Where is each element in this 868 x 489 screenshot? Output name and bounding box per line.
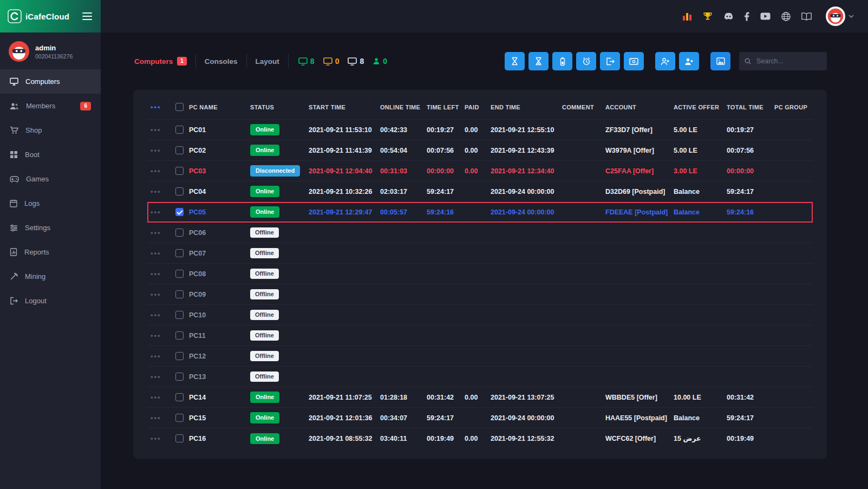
table-row[interactable]: ••• PC03 Disconnected 2021-09-21 12:04:4…: [147, 161, 813, 181]
row-actions-button[interactable]: •••: [151, 373, 161, 381]
select-all-checkbox[interactable]: [175, 103, 184, 111]
table-row[interactable]: ••• PC09 Offline: [147, 284, 813, 305]
row-checkbox[interactable]: [175, 393, 184, 401]
cell-pc-group: [771, 346, 813, 367]
trophy-icon[interactable]: [703, 12, 713, 21]
sidebar-item-label: Logout: [25, 297, 47, 305]
row-actions-button[interactable]: •••: [151, 249, 161, 257]
sidebar-item-members[interactable]: Members 6: [0, 94, 101, 118]
row-actions-button[interactable]: •••: [151, 290, 161, 298]
row-actions-button[interactable]: •••: [151, 352, 161, 360]
row-actions-button[interactable]: •••: [151, 331, 161, 340]
table-row[interactable]: ••• PC08 Offline: [147, 264, 813, 284]
search-box[interactable]: [739, 52, 827, 70]
discord-icon[interactable]: [723, 12, 734, 21]
screenshot-button[interactable]: [710, 52, 730, 70]
table-row[interactable]: ••• PC12 Offline: [147, 346, 813, 367]
sidebar-item-logs[interactable]: Logs: [0, 191, 101, 216]
table-row[interactable]: ••• PC05 Online 2021-09-21 12:29:47 00:0…: [147, 202, 813, 223]
cell-paid: [461, 346, 487, 367]
cell-comment: [559, 243, 602, 264]
table-row[interactable]: ••• PC01 Online 2021-09-21 11:53:10 00:4…: [147, 120, 813, 140]
row-actions-button[interactable]: •••: [151, 208, 161, 216]
cell-active-offer: [670, 305, 723, 325]
row-actions-button[interactable]: •••: [151, 146, 161, 154]
alarm-button[interactable]: [576, 52, 596, 70]
row-actions-button[interactable]: •••: [151, 126, 161, 134]
menu-toggle-button[interactable]: [80, 8, 94, 24]
row-actions-button[interactable]: •••: [151, 270, 161, 278]
pc-name: PC11: [189, 332, 206, 340]
table-row[interactable]: ••• PC14 Online 2021-09-21 11:07:25 01:2…: [147, 387, 813, 408]
hourglass-button[interactable]: [505, 52, 525, 70]
tab-computers[interactable]: Computers 1: [133, 54, 196, 68]
table-row[interactable]: ••• PC06 Offline: [147, 223, 813, 243]
sidebar-item-shop[interactable]: Shop: [0, 118, 101, 142]
row-checkbox[interactable]: [175, 414, 184, 422]
sidebar-item-computers[interactable]: Computers: [0, 69, 101, 94]
table-row[interactable]: ••• PC13 Offline: [147, 367, 813, 387]
add-user-button[interactable]: [655, 52, 675, 70]
row-actions-button[interactable]: •••: [151, 229, 161, 237]
search-input[interactable]: [755, 57, 821, 66]
sidebar-profile[interactable]: admin 002041136276: [0, 32, 101, 69]
sidebar-item-boot[interactable]: Boot: [0, 142, 101, 167]
row-actions-button[interactable]: •••: [151, 311, 161, 319]
status-badge: Disconnected: [250, 165, 300, 176]
add-guest-button[interactable]: [679, 52, 699, 70]
row-checkbox[interactable]: [175, 146, 184, 154]
book-icon[interactable]: [801, 12, 812, 21]
tab-consoles[interactable]: Consoles: [196, 54, 247, 68]
hourglass-alt-button[interactable]: [528, 52, 549, 70]
header-actions-button[interactable]: •••: [151, 103, 161, 111]
cell-start-time: 2021-09-21 12:04:40: [305, 161, 377, 181]
cell-comment: [559, 305, 602, 325]
user-menu[interactable]: [826, 6, 854, 26]
row-checkbox[interactable]: [175, 249, 184, 257]
facebook-icon[interactable]: [745, 12, 749, 21]
avatar[interactable]: [826, 6, 845, 26]
row-checkbox[interactable]: [175, 331, 184, 340]
cell-time-left: [423, 284, 461, 305]
youtube-icon[interactable]: [760, 12, 771, 20]
battery-button[interactable]: [552, 52, 572, 70]
row-checkbox[interactable]: [175, 208, 184, 216]
globe-icon[interactable]: [781, 12, 791, 21]
table-row[interactable]: ••• PC16 Online 2021-09-21 08:55:32 03:4…: [147, 428, 813, 449]
sidebar-item-reports[interactable]: Reports: [0, 240, 101, 264]
row-actions-button[interactable]: •••: [151, 167, 161, 175]
row-actions-button[interactable]: •••: [151, 434, 161, 442]
row-checkbox[interactable]: [175, 229, 184, 237]
sidebar-item-settings[interactable]: Settings: [0, 216, 101, 240]
col-comment: COMMENT: [559, 93, 602, 120]
table-row[interactable]: ••• PC07 Offline: [147, 243, 813, 264]
sidebar-item-label: Settings: [25, 224, 50, 232]
status-badge: Online: [250, 412, 279, 423]
table-row[interactable]: ••• PC15 Online 2021-09-21 12:01:36 00:3…: [147, 408, 813, 428]
sidebar-item-mining[interactable]: Mining: [0, 264, 101, 289]
table-row[interactable]: ••• PC02 Online 2021-09-21 11:41:39 00:5…: [147, 140, 813, 161]
pc-name: PC02: [189, 147, 206, 154]
stats-icon[interactable]: [682, 12, 692, 21]
row-checkbox[interactable]: [175, 434, 184, 442]
row-actions-button[interactable]: •••: [151, 414, 161, 422]
tab-layout[interactable]: Layout: [247, 54, 289, 68]
row-checkbox[interactable]: [175, 187, 184, 195]
row-actions-button[interactable]: •••: [151, 187, 161, 195]
table-row[interactable]: ••• PC04 Online 2021-09-21 10:32:26 02:0…: [147, 181, 813, 202]
row-actions-button[interactable]: •••: [151, 393, 161, 401]
row-checkbox[interactable]: [175, 167, 184, 175]
sidebar-item-games[interactable]: Games: [0, 167, 101, 191]
sidebar-item-logout[interactable]: Logout: [0, 289, 101, 313]
row-checkbox[interactable]: [175, 311, 184, 319]
checkout-button[interactable]: [600, 52, 620, 70]
row-checkbox[interactable]: [175, 290, 184, 298]
row-checkbox[interactable]: [175, 352, 184, 360]
row-checkbox[interactable]: [175, 270, 184, 278]
row-checkbox[interactable]: [175, 126, 184, 134]
row-checkbox[interactable]: [175, 373, 184, 381]
table-row[interactable]: ••• PC11 Offline: [147, 325, 813, 346]
table-row[interactable]: ••• PC10 Offline: [147, 305, 813, 325]
cash-button[interactable]: [624, 52, 644, 70]
reports-icon: [10, 248, 17, 256]
